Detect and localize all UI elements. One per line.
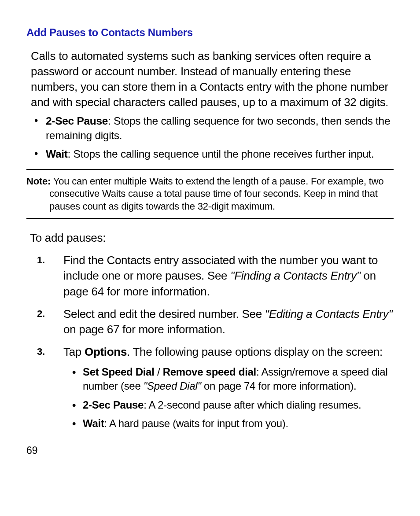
option-desc: : A 2-second pause after which dialing r… [144, 399, 361, 411]
note-block: Note: You can enter multiple Waits to ex… [26, 169, 394, 219]
list-item: 2-Sec Pause: Stops the calling sequence … [34, 114, 394, 143]
option-desc: on page 74 for more information). [201, 380, 357, 392]
list-item: 2-Sec Pause: A 2-second pause after whic… [72, 398, 394, 412]
steps-list: Find the Contacts entry associated with … [37, 253, 394, 431]
option-desc: : A hard pause (waits for input from you… [104, 417, 288, 429]
item-desc: : Stops the calling sequence until the p… [68, 148, 374, 160]
to-add-pauses-label: To add pauses: [30, 231, 394, 245]
step-item: Tap Options. The following pause options… [37, 344, 394, 431]
options-sub-list: Set Speed Dial / Remove speed dial: Assi… [72, 365, 394, 431]
option-title: Remove speed dial [163, 366, 256, 378]
pause-types-list: 2-Sec Pause: Stops the calling sequence … [34, 114, 394, 161]
note-text: Note: You can enter multiple Waits to ex… [26, 175, 394, 213]
option-title: Set Speed Dial [83, 366, 155, 378]
section-heading: Add Pauses to Contacts Numbers [26, 26, 394, 39]
option-title: 2-Sec Pause [83, 399, 144, 411]
step-text: Tap [63, 345, 85, 358]
step-text: Select and edit the desired number. See [63, 307, 265, 321]
item-title: Wait [46, 148, 68, 160]
cross-reference: "Speed Dial" [144, 380, 201, 392]
cross-reference: "Finding a Contacts Entry" [230, 269, 360, 282]
cross-reference: "Editing a Contacts Entry" [265, 307, 393, 321]
option-title: Wait [83, 417, 104, 429]
page-number: 69 [26, 445, 394, 457]
separator: / [155, 366, 163, 378]
list-item: Wait: A hard pause (waits for input from… [72, 416, 394, 431]
note-body: You can enter multiple Waits to extend t… [49, 176, 384, 212]
item-title: 2-Sec Pause [46, 115, 108, 127]
list-item: Set Speed Dial / Remove speed dial: Assi… [72, 365, 394, 394]
intro-paragraph: Calls to automated systems such as banki… [31, 48, 394, 110]
list-item: Wait: Stops the calling sequence until t… [34, 147, 394, 161]
step-text: . The following pause options display on… [127, 345, 383, 358]
step-item: Find the Contacts entry associated with … [37, 253, 394, 299]
options-label: Options [85, 345, 127, 358]
note-label: Note: [26, 176, 51, 187]
step-item: Select and edit the desired number. See … [37, 306, 394, 337]
step-text: on page 67 for more information. [63, 323, 225, 336]
